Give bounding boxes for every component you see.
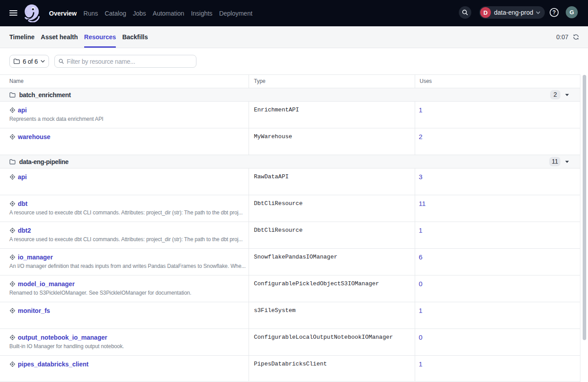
svg-text:?: ?: [552, 9, 555, 16]
